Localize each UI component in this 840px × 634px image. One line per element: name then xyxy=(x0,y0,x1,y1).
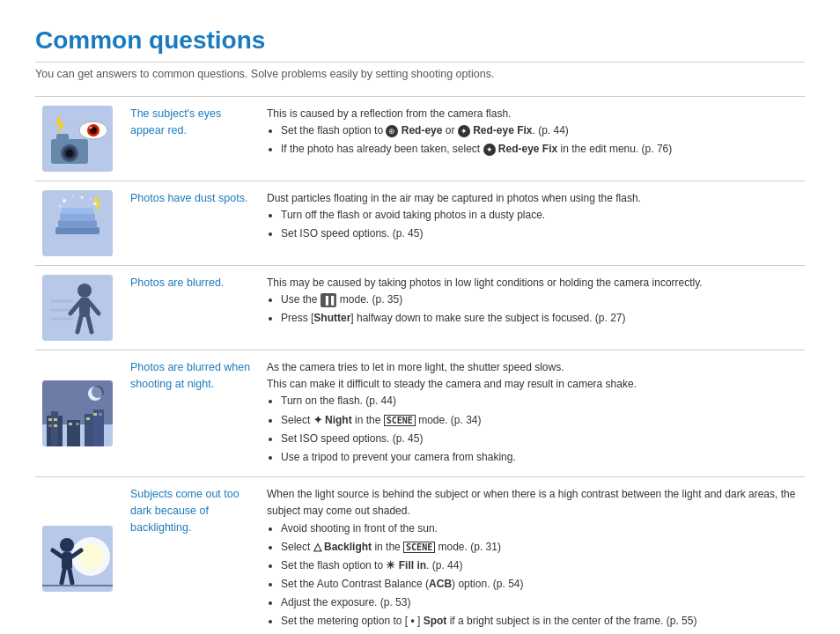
svg-line-59 xyxy=(70,570,72,583)
svg-point-27 xyxy=(77,284,92,298)
faq-solution-backlight: When the light source is behind the subj… xyxy=(260,477,805,634)
svg-rect-42 xyxy=(48,418,52,421)
faq-image-dust xyxy=(35,181,123,266)
svg-rect-50 xyxy=(99,413,102,416)
faq-row-blurred: Photos are blurred. This may be caused b… xyxy=(35,266,805,350)
faq-problem-dust: Photos have dust spots. xyxy=(123,181,260,266)
faq-row-dust: Photos have dust spots. Dust particles f… xyxy=(35,181,805,266)
svg-point-9 xyxy=(89,127,92,129)
svg-rect-55 xyxy=(62,552,72,570)
faq-row-red-eye: The subject's eyes appear red. This is c… xyxy=(35,97,805,181)
svg-line-58 xyxy=(62,570,64,583)
svg-rect-38 xyxy=(51,411,58,446)
page-title: Common questions xyxy=(35,26,805,63)
page-subtitle: You can get answers to common questions.… xyxy=(35,68,805,80)
faq-image-night xyxy=(35,350,123,477)
svg-rect-49 xyxy=(93,413,97,416)
svg-point-20 xyxy=(90,198,92,200)
svg-point-54 xyxy=(60,538,74,552)
svg-point-5 xyxy=(66,150,73,157)
faq-problem-backlight: Subjects come out too dark because of ba… xyxy=(123,477,260,634)
svg-point-36 xyxy=(92,386,104,398)
svg-rect-43 xyxy=(54,418,57,421)
svg-point-53 xyxy=(77,543,104,570)
svg-rect-47 xyxy=(76,423,79,425)
faq-problem-red-eye: The subject's eyes appear red. xyxy=(123,97,260,181)
faq-image-red-eye xyxy=(35,97,123,181)
faq-table: The subject's eyes appear red. This is c… xyxy=(35,96,805,634)
svg-rect-45 xyxy=(54,424,57,427)
faq-solution-red-eye: This is caused by a reflection from the … xyxy=(260,97,805,181)
svg-point-17 xyxy=(81,196,84,199)
svg-point-16 xyxy=(63,199,66,203)
faq-solution-blurred: This may be caused by taking photos in l… xyxy=(260,266,805,350)
faq-problem-night: Photos are blurred when shooting at nigh… xyxy=(123,350,260,477)
svg-rect-44 xyxy=(48,424,52,427)
svg-rect-28 xyxy=(79,298,90,317)
faq-image-backlight xyxy=(35,477,123,634)
svg-rect-46 xyxy=(69,423,72,425)
faq-solution-night: As the camera tries to let in more light… xyxy=(260,350,805,477)
faq-image-blurred xyxy=(35,266,123,350)
svg-point-21 xyxy=(59,205,62,208)
svg-rect-13 xyxy=(58,220,97,228)
faq-row-backlight: Subjects come out too dark because of ba… xyxy=(35,477,805,634)
faq-row-night: Photos are blurred when shooting at nigh… xyxy=(35,350,805,477)
svg-rect-12 xyxy=(55,227,99,234)
svg-rect-2 xyxy=(56,134,69,141)
svg-rect-48 xyxy=(86,417,90,420)
svg-rect-15 xyxy=(62,208,93,214)
svg-rect-14 xyxy=(60,213,95,221)
svg-point-19 xyxy=(72,195,74,196)
faq-problem-blurred: Photos are blurred. xyxy=(123,266,260,350)
faq-solution-dust: Dust particles floating in the air may b… xyxy=(260,181,805,266)
